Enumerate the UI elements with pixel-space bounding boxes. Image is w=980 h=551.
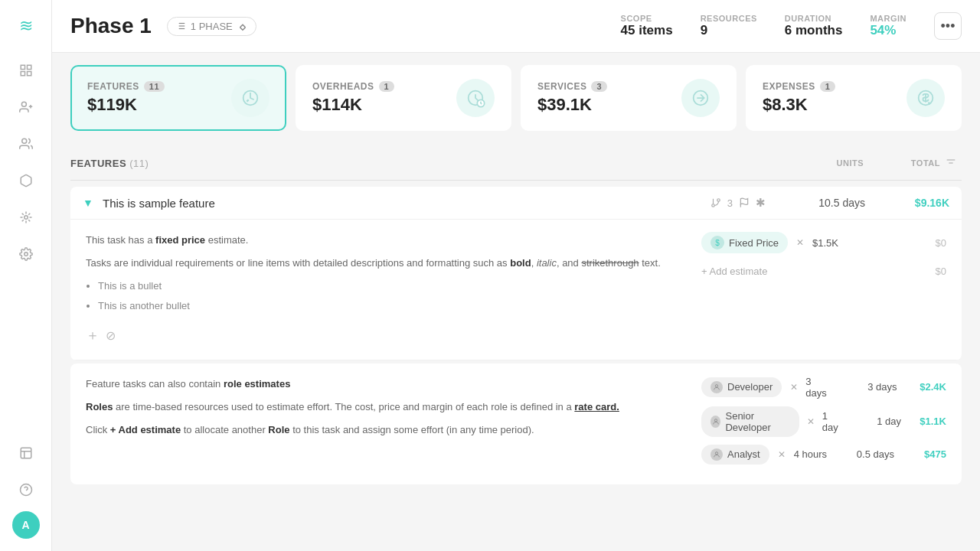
analyst-total: $475 [900,448,946,460]
services-card[interactable]: SERVICES 3 $39.1K [521,65,737,131]
developer-units: 3 days [839,381,897,393]
role-desc-1: Feature tasks can also contain role esti… [86,376,686,393]
feature-total: $9.16K [873,197,949,209]
developer-days: 3 days [805,376,833,399]
svg-rect-1 [27,65,31,69]
rate-card-link[interactable]: rate card. [574,401,619,412]
fixed-price-tag[interactable]: $ Fixed Price [701,232,788,253]
scope-label: SCOPE [621,14,652,23]
role-desc-3: Click + Add estimate to allocate another… [86,422,686,439]
features-card-left: FEATURES 11 $119K [87,81,165,115]
overheads-card[interactable]: OVERHEADS 1 $114K [296,65,511,131]
features-badge: 11 [144,81,165,92]
feature-units: 10.5 days [773,197,865,209]
role-estimates-list: Developer ✕ 3 days 3 days $2.4K [701,376,946,472]
role-desc-2: Roles are time-based resources used to e… [86,399,686,416]
expenses-badge: 1 [820,81,836,92]
senior-developer-units: 1 day [849,416,901,427]
developer-icon [710,381,723,393]
branch-icon [710,197,721,208]
detail-estimates: $ Fixed Price ✕ $1.5K $0 + Add estimate … [701,232,946,347]
chevron-down-icon[interactable]: ▼ [83,197,95,209]
feature-row-1: ▼ This is sample feature 3 ✱ 10.5 days $… [70,187,962,360]
sidebar-item-users[interactable] [11,129,41,159]
analyst-row: Analyst ✕ 4 hours 0.5 days $475 [701,445,946,465]
role-estimates-bold: role estimates [224,378,290,390]
duration-label: DURATION [785,14,831,23]
bold-text: bold [510,257,531,269]
sidebar-item-building[interactable] [11,438,41,468]
svg-point-33 [715,452,717,455]
sidebar-item-user-add[interactable] [11,92,41,122]
expenses-card[interactable]: EXPENSES 1 $8.3K [746,65,962,131]
italic-text: italic [537,257,557,269]
senior-developer-row: Senior Developer ✕ 1 day 1 day $1.1K [701,406,946,437]
fixed-price-tag-icon: $ [710,236,724,249]
add-icon[interactable]: ＋ [86,324,100,347]
expenses-icon [906,79,945,117]
cards-row: FEATURES 11 $119K OVERHEADS 1 $114K [52,53,980,143]
role-description: Feature tasks can also contain role esti… [86,376,686,472]
stat-duration: DURATION 6 months [785,14,843,38]
detail-description: This task has a fixed price estimate. Ta… [86,232,686,347]
services-card-left: SERVICES 3 $39.1K [537,81,607,115]
col-units-header: UNITS [772,158,864,168]
svg-rect-10 [21,448,31,458]
overheads-card-left: OVERHEADS 1 $114K [312,81,394,115]
add-estimate-inline-bold: + Add estimate [110,424,181,435]
feature-meta: 3 ✱ [710,196,766,210]
services-badge: 3 [591,81,607,92]
svg-point-32 [714,419,717,422]
main-content: Phase 1 1 PHASE SCOPE 45 items RESOURCES… [52,0,980,551]
margin-label: MARGIN [870,14,906,23]
fixed-price-value: $1.5K [812,237,838,249]
more-button[interactable]: ••• [934,12,962,40]
analyst-icon [710,448,723,461]
close-developer-icon[interactable]: ✕ [788,381,799,393]
fixed-price-estimate-row: $ Fixed Price ✕ $1.5K $0 [701,232,946,253]
sidebar-item-brain[interactable] [11,202,41,233]
services-label: SERVICES 3 [537,81,607,92]
no-icon[interactable]: ⊘ [106,325,116,346]
expenses-card-left: EXPENSES 1 $8.3K [763,81,835,115]
feature-detail-2: Feature tasks can also contain role esti… [70,364,962,484]
roles-bold: Roles [86,401,113,412]
expenses-label: EXPENSES 1 [763,81,835,92]
feature-name: This is sample feature [103,197,703,210]
analyst-label: Analyst [727,448,760,460]
bullet-item-1: This is a bullet [98,278,686,295]
analyst-tag[interactable]: Analyst [701,445,769,465]
features-label: FEATURES 11 [87,81,165,92]
add-icons: ＋ ⊘ [86,324,686,347]
user-avatar[interactable]: A [12,511,40,539]
flag-icon[interactable] [739,197,750,208]
strikethrough-text: strikethrough [581,257,639,269]
svg-point-28 [717,199,720,202]
analyst-units: 0.5 days [833,448,894,460]
page-title: Phase 1 [70,14,152,38]
filter-icon[interactable] [940,152,962,174]
sidebar-item-grid[interactable] [11,55,41,86]
developer-tag[interactable]: Developer [701,377,782,397]
phase-badge[interactable]: 1 PHASE [167,17,256,36]
developer-total: $2.4K [903,381,946,393]
close-senior-developer-icon[interactable]: ✕ [805,416,816,428]
senior-developer-label: Senior Developer [725,410,790,433]
features-card[interactable]: FEATURES 11 $119K [70,65,286,131]
overheads-label: OVERHEADS 1 [312,81,394,92]
svg-point-4 [21,102,26,106]
sidebar-bottom: A [11,438,41,539]
close-fixed-price-icon[interactable]: ✕ [794,236,806,249]
app-logo[interactable]: ≋ [12,12,40,40]
description-line-2: Tasks are individual requirements or lin… [86,255,686,272]
stat-scope: SCOPE 45 items [621,14,673,38]
feature-row-2: Feature tasks can also contain role esti… [70,364,962,484]
sidebar-item-help[interactable] [11,474,41,505]
close-analyst-icon[interactable]: ✕ [776,448,788,461]
senior-developer-tag[interactable]: Senior Developer [701,406,799,437]
asterisk-icon[interactable]: ✱ [756,196,766,210]
add-estimate-button[interactable]: + Add estimate [701,261,767,282]
svg-point-7 [21,139,26,143]
sidebar-item-settings[interactable] [11,239,41,269]
sidebar-item-cube[interactable] [11,165,41,196]
